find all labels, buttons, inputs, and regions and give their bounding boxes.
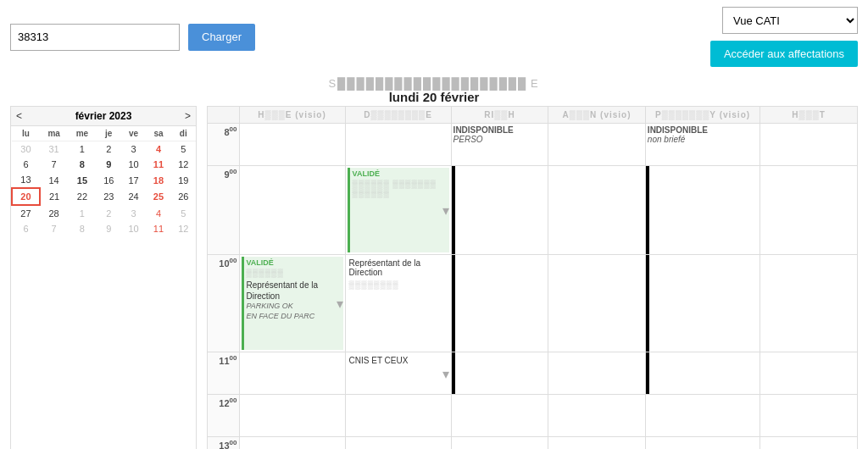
cal-day[interactable]: 7 (40, 157, 68, 172)
cal-day[interactable]: 11 (146, 157, 170, 172)
col-header-6: H▒▒▒T (760, 107, 858, 124)
cell-11-1 (239, 352, 345, 395)
cal-day[interactable]: 10 (121, 157, 146, 172)
header-left: Charger (10, 24, 255, 51)
cal-day[interactable]: 12 (171, 157, 196, 172)
time-8: 800 (208, 124, 240, 166)
cal-day[interactable]: 23 (97, 188, 121, 205)
schedule-container[interactable]: H▒▒▒E (visio) D▒▒▒▒▒▒▒▒E RI▒▒H A▒▒▒N (vi… (207, 106, 858, 449)
cal-th-ve: ve (121, 126, 146, 141)
cal-day[interactable]: 4 (146, 205, 170, 221)
calendar-prev-button[interactable]: < (16, 110, 22, 122)
cell-12-4 (548, 395, 646, 437)
cal-day[interactable]: 17 (121, 172, 146, 188)
cell-11-4 (548, 352, 646, 395)
black-bar-3-11 (452, 352, 455, 394)
cell-8-4 (548, 124, 646, 166)
cal-day[interactable]: 8 (68, 221, 96, 236)
cal-day[interactable]: 4 (146, 141, 170, 158)
cal-week-3: 13 14 15 16 17 18 19 (12, 172, 196, 188)
cal-day[interactable]: 2 (97, 141, 121, 158)
cal-day[interactable]: 1 (68, 205, 96, 221)
cell-9-1 (239, 166, 345, 255)
cell-13-6 (760, 437, 858, 450)
charger-button[interactable]: Charger (188, 24, 255, 51)
time-row-13: 1300 (208, 437, 858, 450)
event-valide-10-1[interactable]: Validé ▒▒▒▒▒▒ Représentant de la Directi… (242, 257, 343, 350)
black-bar-5-11 (646, 352, 649, 394)
time-row-8: 800 Indisponible PERSO (208, 124, 858, 166)
cal-day[interactable]: 13 (12, 172, 40, 188)
scroll-down-icon-2[interactable]: ▾ (337, 296, 343, 312)
calendar-header: < février 2023 > (11, 107, 196, 126)
cal-day[interactable]: 21 (40, 188, 68, 205)
cal-th-ma: ma (40, 126, 68, 141)
cal-day[interactable]: 25 (146, 188, 170, 205)
cell-8-6 (760, 124, 858, 166)
cal-day[interactable]: 10 (121, 221, 146, 236)
blurred-left: S████████████████████ (328, 77, 527, 90)
header-right: Vue CATI Vue autre Accéder aux affectati… (710, 7, 858, 67)
cell-11-6 (760, 352, 858, 395)
blurred-right: E (531, 77, 540, 90)
cell-11-3 (451, 352, 548, 395)
cal-day[interactable]: 6 (12, 221, 40, 236)
cal-day[interactable]: 26 (171, 188, 196, 205)
cal-day[interactable]: 5 (171, 205, 196, 221)
cal-day-today[interactable]: 20 (12, 188, 40, 205)
cell-8-5: Indisponible non briefé (645, 124, 760, 166)
calendar-month-label: février 2023 (75, 110, 132, 122)
cell-8-2 (345, 124, 451, 166)
cell-9-2: Validé ▒▒▒▒▒▒ ▒▒▒▒▒▒▒▒▒▒▒▒▒ ▾ (345, 166, 451, 255)
cell-13-1 (239, 437, 345, 450)
time-13: 1300 (208, 437, 240, 450)
search-input[interactable] (10, 24, 180, 51)
cal-day[interactable]: 27 (12, 205, 40, 221)
cal-day[interactable]: 8 (68, 157, 96, 172)
cal-day[interactable]: 15 (68, 172, 96, 188)
main-content: < février 2023 > lu ma me je ve sa di 30 (0, 106, 868, 449)
cal-day[interactable]: 12 (171, 221, 196, 236)
cal-day[interactable]: 22 (68, 188, 96, 205)
event-valide-9-2[interactable]: Validé ▒▒▒▒▒▒ ▒▒▒▒▒▒▒▒▒▒▒▒▒ (348, 168, 449, 252)
calendar-next-button[interactable]: > (185, 110, 191, 122)
cal-day[interactable]: 2 (97, 205, 121, 221)
cal-day[interactable]: 19 (171, 172, 196, 188)
cal-day[interactable]: 1 (68, 141, 96, 158)
cal-day[interactable]: 16 (97, 172, 121, 188)
cal-day[interactable]: 9 (97, 157, 121, 172)
vue-select[interactable]: Vue CATI Vue autre (722, 7, 858, 34)
cell-10-2: Représentant de la Direction ▒▒▒▒▒▒▒▒ (345, 255, 451, 352)
cal-th-di: di (171, 126, 196, 141)
affectations-button[interactable]: Accéder aux affectations (710, 41, 858, 67)
cal-day[interactable]: 28 (40, 205, 68, 221)
cal-day[interactable]: 3 (121, 205, 146, 221)
cal-day[interactable]: 9 (97, 221, 121, 236)
indisponible-block-3-8: Indisponible PERSO (453, 125, 547, 144)
cal-day[interactable]: 3 (121, 141, 146, 158)
cal-day[interactable]: 11 (146, 221, 170, 236)
cell-12-3 (451, 395, 548, 437)
scroll-down-icon-3[interactable]: ▾ (442, 365, 449, 381)
cal-day[interactable]: 30 (12, 141, 40, 158)
cell-12-5 (645, 395, 760, 437)
cal-th-je: je (97, 126, 121, 141)
top-bar: Charger Vue CATI Vue autre Accéder aux a… (0, 0, 868, 74)
col-header-2: D▒▒▒▒▒▒▒▒E (345, 107, 451, 124)
cell-9-3 (451, 166, 548, 255)
col-header-5: P▒▒▒▒▒▒▒Y (visio) (645, 107, 760, 124)
cal-day[interactable]: 18 (146, 172, 170, 188)
cal-day[interactable]: 7 (40, 221, 68, 236)
cal-day[interactable]: 5 (171, 141, 196, 158)
cell-10-5 (645, 255, 760, 352)
cal-day[interactable]: 24 (121, 188, 146, 205)
scroll-down-icon[interactable]: ▾ (442, 202, 449, 219)
cal-day[interactable]: 14 (40, 172, 68, 188)
cell-9-6 (760, 166, 858, 255)
cell-13-4 (548, 437, 646, 450)
cell-10-3 (451, 255, 548, 352)
cal-week-5: 27 28 1 2 3 4 5 (12, 205, 196, 221)
blurred-banner: S████████████████████ E (0, 77, 868, 90)
cal-day[interactable]: 6 (12, 157, 40, 172)
cal-day[interactable]: 31 (40, 141, 68, 158)
